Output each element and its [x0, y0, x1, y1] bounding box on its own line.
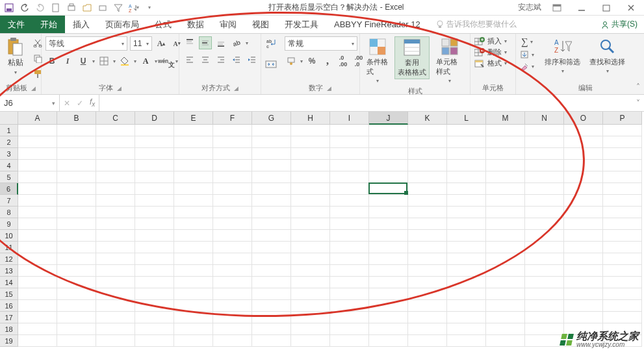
- tab-review[interactable]: 审阅: [212, 16, 244, 33]
- cell[interactable]: [18, 242, 57, 253]
- cell[interactable]: [408, 253, 447, 265]
- chevron-down-icon[interactable]: ▾: [134, 58, 136, 64]
- cell[interactable]: [603, 277, 642, 288]
- cell[interactable]: [252, 253, 291, 265]
- cell[interactable]: [174, 125, 213, 136]
- cell[interactable]: [564, 160, 603, 171]
- cell[interactable]: [564, 242, 603, 253]
- cell[interactable]: [369, 183, 408, 195]
- cell[interactable]: [330, 195, 369, 207]
- delete-cells-button[interactable]: 删除▾: [474, 47, 507, 57]
- cell[interactable]: [603, 218, 642, 230]
- cell[interactable]: [57, 136, 96, 148]
- row-header[interactable]: 12: [0, 253, 18, 265]
- cell[interactable]: [603, 230, 642, 242]
- cell[interactable]: [447, 323, 486, 335]
- sort-filter-button[interactable]: AZ 排序和筛选 ▾: [542, 36, 583, 75]
- column-header[interactable]: L: [447, 112, 486, 125]
- cell[interactable]: [291, 312, 330, 323]
- cell[interactable]: [18, 335, 57, 347]
- chevron-down-icon[interactable]: ▾: [246, 40, 248, 46]
- cell[interactable]: [369, 277, 408, 288]
- align-right-icon[interactable]: [214, 53, 227, 66]
- cell[interactable]: [408, 195, 447, 207]
- cell[interactable]: [174, 335, 213, 347]
- cell[interactable]: [57, 312, 96, 323]
- cell[interactable]: [330, 171, 369, 183]
- increase-decimal-icon[interactable]: .0.00: [337, 55, 350, 68]
- cell[interactable]: [369, 253, 408, 265]
- cell[interactable]: [330, 323, 369, 335]
- cell[interactable]: [291, 335, 330, 347]
- cell[interactable]: [291, 300, 330, 312]
- cell[interactable]: [96, 277, 135, 288]
- new-icon[interactable]: [51, 3, 61, 13]
- cell[interactable]: [525, 125, 564, 136]
- row-header[interactable]: 14: [0, 277, 18, 288]
- expand-formula-bar-icon[interactable]: ˅: [632, 95, 644, 111]
- column-header[interactable]: B: [57, 112, 96, 125]
- cell-styles-button[interactable]: 单元格样式 ▾: [433, 36, 466, 85]
- row-header[interactable]: 1: [0, 125, 18, 136]
- cell[interactable]: [564, 277, 603, 288]
- merge-center-icon[interactable]: [264, 57, 278, 71]
- cell[interactable]: [291, 183, 330, 195]
- row-header[interactable]: 8: [0, 207, 18, 218]
- cell[interactable]: [525, 160, 564, 171]
- cell[interactable]: [213, 125, 252, 136]
- underline-button[interactable]: U: [77, 55, 90, 68]
- cell[interactable]: [57, 323, 96, 335]
- cell[interactable]: [447, 277, 486, 288]
- find-select-button[interactable]: 查找和选择 ▾: [587, 36, 628, 75]
- cell[interactable]: [252, 230, 291, 242]
- percent-icon[interactable]: %: [305, 55, 318, 68]
- cell[interactable]: [213, 171, 252, 183]
- cell[interactable]: [174, 171, 213, 183]
- cell[interactable]: [486, 218, 525, 230]
- cell[interactable]: [603, 207, 642, 218]
- cell[interactable]: [486, 265, 525, 277]
- cell[interactable]: [369, 136, 408, 148]
- cell[interactable]: [96, 136, 135, 148]
- cell[interactable]: [369, 323, 408, 335]
- row-header[interactable]: 18: [0, 323, 18, 335]
- cell[interactable]: [18, 253, 57, 265]
- tab-home[interactable]: 开始: [32, 16, 65, 33]
- cell[interactable]: [135, 335, 174, 347]
- cell[interactable]: [174, 218, 213, 230]
- tab-layout[interactable]: 页面布局: [97, 16, 147, 33]
- row-header[interactable]: 6: [0, 183, 18, 195]
- cell[interactable]: [291, 323, 330, 335]
- cell[interactable]: [564, 300, 603, 312]
- format-as-table-button[interactable]: 套用 表格格式: [394, 36, 430, 79]
- cell[interactable]: [213, 335, 252, 347]
- cell[interactable]: [408, 323, 447, 335]
- cell[interactable]: [447, 265, 486, 277]
- cell[interactable]: [408, 312, 447, 323]
- cell[interactable]: [291, 288, 330, 300]
- cell[interactable]: [369, 207, 408, 218]
- row-header[interactable]: 13: [0, 265, 18, 277]
- cell[interactable]: [525, 288, 564, 300]
- cell[interactable]: [57, 148, 96, 160]
- cell[interactable]: [213, 253, 252, 265]
- cell[interactable]: [57, 218, 96, 230]
- cell[interactable]: [525, 230, 564, 242]
- cell[interactable]: [369, 288, 408, 300]
- cell[interactable]: [525, 218, 564, 230]
- cell[interactable]: [174, 277, 213, 288]
- tell-me-search[interactable]: 告诉我你想要做什么: [428, 16, 594, 33]
- cell[interactable]: [408, 288, 447, 300]
- cell[interactable]: [525, 323, 564, 335]
- cell[interactable]: [408, 148, 447, 160]
- italic-button[interactable]: I: [61, 55, 74, 68]
- cell[interactable]: [408, 207, 447, 218]
- cell[interactable]: [252, 160, 291, 171]
- chevron-down-icon[interactable]: ▾: [175, 58, 178, 64]
- cell[interactable]: [174, 288, 213, 300]
- cell[interactable]: [174, 230, 213, 242]
- cell[interactable]: [252, 300, 291, 312]
- cell[interactable]: [525, 277, 564, 288]
- cell[interactable]: [57, 300, 96, 312]
- cell[interactable]: [252, 171, 291, 183]
